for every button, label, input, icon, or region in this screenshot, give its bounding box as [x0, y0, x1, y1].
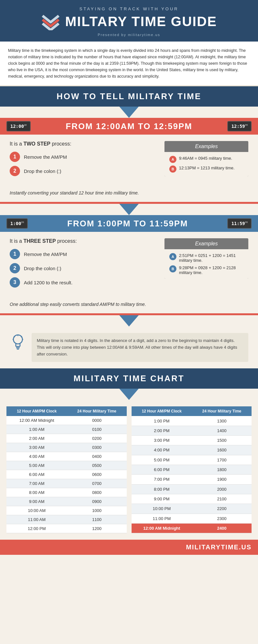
- chart-container: 12 Hour AM/PM Clock 24 Hour Military Tim…: [0, 400, 258, 540]
- chart-table-left: 12 Hour AM/PM Clock 24 Hour Military Tim…: [6, 406, 127, 533]
- svg-marker-14: [119, 389, 139, 400]
- svg-point-3: [13, 335, 22, 344]
- military-cell: 1200: [67, 524, 127, 533]
- process2-section: It is a THREE STEP process: 1 Remove the…: [0, 232, 258, 298]
- svg-marker-2: [119, 315, 139, 327]
- footer-text: MILITARYTIME.US: [6, 544, 252, 551]
- ampm-cell: 4:00 AM: [6, 452, 67, 461]
- ampm-cell: 1:00 PM: [132, 416, 192, 426]
- example1b: B 12:13PM = 1213 military time.: [169, 166, 243, 173]
- table-row: 4:00 AM0400: [6, 452, 127, 461]
- example2b-letter: B: [169, 265, 176, 272]
- military-cell: 1600: [192, 445, 252, 455]
- process2-examples-box: Examples A 2:51PM = 0251 + 1200 = 1451 m…: [164, 238, 248, 279]
- step1-text: Remove the AM/PM: [24, 154, 67, 160]
- military-cell: 0500: [67, 461, 127, 470]
- range2-label: FROM 1:00PM TO 11:59PM: [33, 219, 223, 229]
- table-row: 12:00 AM Midnight2400: [132, 523, 252, 533]
- process1-bold: TWO STEP: [24, 141, 51, 147]
- chart-header: MILITARY TIME CHART: [0, 368, 258, 389]
- step2-1-number: 1: [10, 249, 20, 259]
- example2a-text: 2:51PM = 0251 + 1200 = 1451 military tim…: [179, 253, 243, 263]
- ampm-cell: 9:00 AM: [6, 497, 67, 506]
- table-row: 3:00 AM0300: [6, 443, 127, 452]
- step2-3-text: Add 1200 to the result.: [24, 280, 73, 285]
- process1-examples-col: Examples A 9:46AM = 0945 military time. …: [164, 141, 248, 176]
- ampm-cell: 10:00 AM: [6, 506, 67, 515]
- tip-text: Military time is notated in 4 digits. In…: [32, 333, 248, 362]
- military-cell: 0800: [67, 488, 127, 497]
- step2-item: 2 Drop the colon (:): [10, 166, 156, 176]
- step2-1-item: 1 Remove the AM/PM: [10, 249, 156, 259]
- ampm-cell: 11:00 AM: [6, 515, 67, 524]
- tip-section: Military time is notated in 4 digits. In…: [0, 327, 258, 368]
- header-subtitle: Presented by militarytime.us: [10, 33, 248, 37]
- right-col1-header: 12 Hour AM/PM Clock: [132, 406, 192, 416]
- process2-steps: It is a THREE STEP process: 1 Remove the…: [10, 238, 156, 291]
- arrow-4: [0, 389, 258, 400]
- military-cell: 0900: [67, 497, 127, 506]
- military-cell: 1400: [192, 426, 252, 435]
- ampm-cell: 12:00 AM Midnight: [6, 416, 67, 425]
- ampm-cell: 9:00 PM: [132, 494, 192, 504]
- how-to-tell-header: HOW TO TELL MILITARY TIME: [0, 86, 258, 107]
- intro-section: Military time is the timekeeping system …: [0, 42, 258, 86]
- table-row: 1:00 AM0100: [6, 425, 127, 434]
- example1a: A 9:46AM = 0945 military time.: [169, 156, 243, 163]
- military-cell: 0600: [67, 470, 127, 479]
- footer: MILITARYTIME.US: [0, 540, 258, 555]
- military-cell: 0400: [67, 452, 127, 461]
- table-row: 9:00 PM2100: [132, 494, 252, 504]
- military-cell: 2000: [192, 484, 252, 494]
- ampm-cell: 4:00 PM: [132, 445, 192, 455]
- table-row: 5:00 PM1700: [132, 455, 252, 465]
- military-cell: 1700: [192, 455, 252, 465]
- step2-number: 2: [10, 166, 20, 176]
- arrow-down-icon: [119, 107, 139, 118]
- table-row: 7:00 PM1900: [132, 475, 252, 484]
- table-row: 9:00 AM0900: [6, 497, 127, 506]
- intro-text: Military time is the timekeeping system …: [8, 47, 250, 80]
- example1a-letter: A: [169, 156, 176, 163]
- process2-title: It is a THREE STEP process:: [10, 238, 156, 244]
- ampm-cell: 8:00 PM: [132, 484, 192, 494]
- ampm-cell: 5:00 AM: [6, 461, 67, 470]
- ampm-cell: 3:00 AM: [6, 443, 67, 452]
- example1b-letter: B: [169, 166, 176, 173]
- left-col2-header: 24 Hour Military Time: [67, 406, 127, 416]
- range2-bar: 1:00PM FROM 1:00PM TO 11:59PM 11:59PM: [0, 215, 258, 232]
- process1-section: It is a TWO STEP process: 1 Remove the A…: [0, 135, 258, 186]
- header-top-label: STAYING ON TRACK WITH YOUR: [10, 6, 248, 11]
- military-cell: 1000: [67, 506, 127, 515]
- military-cell: 0100: [67, 425, 127, 434]
- example1b-text: 12:13PM = 1213 military time.: [179, 166, 234, 170]
- svg-marker-0: [119, 107, 139, 118]
- range1-bar: 12:00AM FROM 12:00AM TO 12:59PM 12:59PM: [0, 118, 258, 135]
- step2-text: Drop the colon (:): [24, 168, 61, 174]
- military-cell: 0200: [67, 434, 127, 443]
- process2-examples-col: Examples A 2:51PM = 0251 + 1200 = 1451 m…: [164, 238, 248, 279]
- ampm-cell: 1:00 AM: [6, 425, 67, 434]
- ampm-cell: 12:00 AM Midnight: [132, 523, 192, 533]
- ampm-cell: 11:00 PM: [132, 514, 192, 523]
- table-row: 12:00 AM Midnight0000: [6, 416, 127, 425]
- process1-summary: Instantly converting your standard 12 ho…: [0, 186, 258, 202]
- step2-3-item: 3 Add 1200 to the result.: [10, 277, 156, 288]
- svg-marker-1: [119, 204, 139, 215]
- military-cell: 1300: [192, 416, 252, 426]
- step2-3-number: 3: [10, 277, 20, 288]
- military-cell: 0300: [67, 443, 127, 452]
- range2-start-clock: 1:00PM: [6, 218, 28, 229]
- table-row: 8:00 AM0800: [6, 488, 127, 497]
- table-row: 12:00 PM1200: [6, 524, 127, 533]
- example2a: A 2:51PM = 0251 + 1200 = 1451 military t…: [169, 253, 243, 263]
- military-cell: 1900: [192, 475, 252, 484]
- table-row: 6:00 PM1800: [132, 465, 252, 474]
- chart-table-right: 12 Hour AM/PM Clock 24 Hour Military Tim…: [132, 406, 252, 533]
- step2-1-text: Remove the AM/PM: [24, 251, 67, 257]
- military-cell: 0700: [67, 479, 127, 488]
- left-col1-header: 12 Hour AM/PM Clock: [6, 406, 67, 416]
- ampm-cell: 6:00 AM: [6, 470, 67, 479]
- process2-examples-body: A 2:51PM = 0251 + 1200 = 1451 military t…: [164, 249, 248, 279]
- step1-item: 1 Remove the AM/PM: [10, 152, 156, 162]
